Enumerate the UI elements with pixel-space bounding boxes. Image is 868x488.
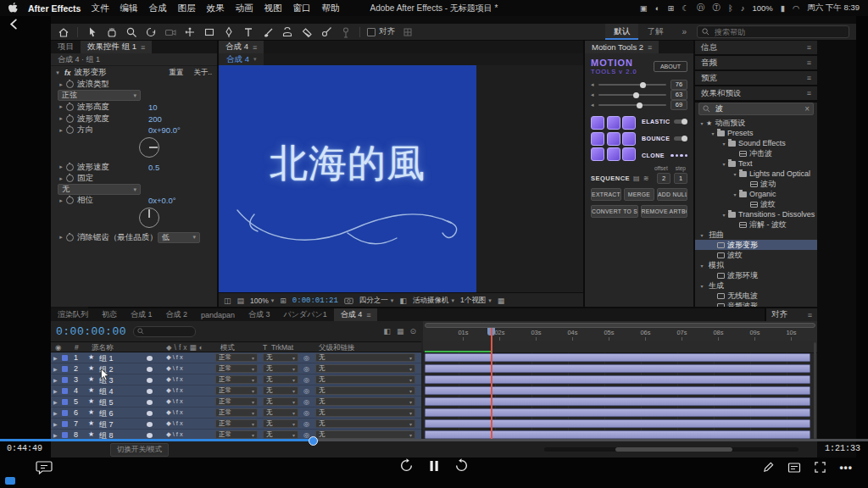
pan-behind-tool-icon[interactable] (182, 25, 197, 38)
menu-item[interactable]: 编辑 (120, 3, 137, 14)
layer-switches[interactable]: ◆\fx (166, 408, 185, 416)
roto-brush-tool-icon[interactable] (319, 25, 333, 38)
tree-item[interactable]: ▾ Transitions - Dissolves (695, 209, 817, 219)
layer-bar-row[interactable] (423, 363, 817, 374)
layer-switches[interactable]: ◆\fx (166, 386, 185, 394)
subtitle-badge[interactable] (5, 477, 15, 485)
layer-label-color[interactable] (62, 410, 68, 416)
eye-icon[interactable] (147, 378, 153, 383)
slider-track[interactable] (598, 94, 666, 96)
preset-cell[interactable] (607, 116, 620, 130)
clone-stamp-tool-icon[interactable] (280, 25, 294, 38)
type-tool-icon[interactable] (241, 25, 255, 38)
tree-item[interactable]: 波形环境 (695, 270, 817, 280)
property-value[interactable]: 0x+0.0°▾ (148, 196, 176, 205)
zoom-tool-icon[interactable] (124, 25, 138, 38)
layer-row[interactable]: ▶ 4 ★ 组 4 ◆\fx 正常▾ 无▾ ◎ 无▾ (51, 385, 421, 396)
action-button[interactable]: MERGE (624, 188, 654, 201)
tree-item[interactable]: ▾ Lights and Optical (695, 169, 817, 179)
twirl-icon[interactable]: ▾ (709, 130, 716, 136)
trkmat-dropdown[interactable]: 无▾ (263, 353, 298, 362)
twirl-icon[interactable]: ▶ (53, 421, 58, 427)
slider-track[interactable] (598, 104, 666, 106)
tree-item[interactable]: 冲击波 (695, 148, 817, 158)
twirl-icon[interactable]: ▾ (54, 69, 61, 76)
blend-mode-dropdown[interactable]: 正常▾ (215, 419, 258, 428)
menu-item[interactable]: 文件 (91, 3, 108, 14)
effect-property-row[interactable]: ▸ 波浪类型 正弦▾ (51, 79, 217, 101)
property-value[interactable]: 正弦▾ (58, 90, 141, 101)
work-area-bar[interactable] (425, 323, 815, 328)
layer-duration-bar[interactable] (425, 397, 810, 406)
twirl-icon[interactable]: ▶ (53, 399, 58, 405)
timeline-tab[interactable]: 合成 1≡ (124, 308, 159, 321)
layer-label-color[interactable] (62, 388, 68, 394)
tab-composition[interactable]: 合成 4 ≡ (219, 41, 264, 53)
grid-guides-icon[interactable]: ⊞ (280, 297, 287, 305)
panel-menu-icon[interactable]: ≡ (648, 43, 652, 52)
layer-switches[interactable]: ◆\fx (166, 364, 185, 372)
dock-panel-header[interactable]: 预览≡ (695, 71, 817, 85)
timeline-tab[interactable]: 初恋≡ (95, 308, 124, 321)
align-checkbox[interactable] (367, 28, 376, 36)
trkmat-dropdown[interactable]: 无▾ (263, 397, 298, 406)
blend-mode-dropdown[interactable]: 正常▾ (215, 386, 258, 395)
slider-track[interactable] (598, 84, 666, 86)
action-button[interactable]: EXTRACT (591, 188, 621, 201)
effect-header[interactable]: ▾ fx 波形变形 重置 关于.. (51, 66, 217, 79)
twirl-icon[interactable]: ▾ (721, 212, 727, 218)
sequence-order-icon[interactable]: ≋ (643, 175, 649, 182)
eye-icon[interactable] (147, 367, 153, 372)
preset-cell[interactable] (591, 132, 604, 146)
trkmat-dropdown[interactable]: 无▾ (263, 386, 298, 395)
pause-icon[interactable] (428, 459, 440, 473)
timeline-tab[interactable]: 合成 4≡ (334, 308, 378, 321)
stopwatch-icon[interactable] (66, 234, 74, 241)
apple-menu-icon[interactable] (8, 3, 18, 14)
panel-menu-icon[interactable]: ≡ (253, 43, 257, 52)
layer-bar-row[interactable] (423, 419, 817, 430)
effects-presets-header[interactable]: 效果和预设≡ (695, 86, 817, 100)
menu-item[interactable]: 窗口 (292, 3, 310, 14)
align-panel-header[interactable]: 对齐≡ (765, 308, 817, 321)
timeline-graph[interactable]: 01s02s03s04s05s06s07s08s09s10s (423, 321, 817, 441)
time-ruler[interactable]: 01s02s03s04s05s06s07s08s09s10s (423, 321, 817, 342)
eye-icon[interactable] (147, 356, 153, 361)
current-time-indicator[interactable] (491, 328, 492, 441)
tree-item[interactable]: 音频波形 (695, 301, 817, 307)
tab-project[interactable]: 项目 (51, 41, 81, 53)
home-icon[interactable] (56, 25, 70, 38)
twirl-icon[interactable]: ▶ (53, 388, 58, 394)
about-button[interactable]: 关于.. (193, 68, 212, 78)
stopwatch-icon[interactable] (66, 103, 74, 111)
panel-menu-icon[interactable]: ≡ (807, 74, 811, 82)
twirl-icon[interactable]: ▸ (58, 103, 64, 110)
eye-icon[interactable] (147, 422, 153, 427)
zoom-dropdown[interactable]: 100%▾ (250, 297, 274, 305)
forward-icon[interactable] (454, 458, 469, 473)
tree-item[interactable]: 波纹 (695, 250, 817, 260)
viewer-comp-tab[interactable]: 合成 4▾ (219, 53, 264, 65)
layer-label-color[interactable] (62, 421, 68, 427)
moon-icon[interactable]: ☾ (682, 3, 689, 13)
twirl-icon[interactable]: ▾ (721, 141, 727, 147)
feature-row[interactable]: CLONE (642, 152, 687, 158)
layer-bar-row[interactable] (423, 385, 817, 396)
tree-item[interactable]: ▾ Sound Effects (695, 138, 817, 148)
workspace-tab[interactable]: 默认 (605, 24, 638, 40)
parent-dropdown[interactable]: 无▾ (315, 353, 415, 362)
panel-menu-icon[interactable]: ≡ (366, 311, 370, 319)
twirl-icon[interactable]: ▾ (732, 191, 738, 197)
circle-t-icon[interactable]: Ⓣ (712, 3, 721, 14)
blend-mode-dropdown[interactable]: 正常▾ (215, 408, 258, 417)
draft-3d-icon[interactable]: ▦ (397, 327, 404, 336)
menu-item[interactable]: 合成 (148, 3, 166, 14)
selection-tool-icon[interactable] (85, 25, 99, 38)
menu-item[interactable]: 动画 (235, 3, 253, 14)
panel-menu-icon[interactable]: ≡ (141, 43, 145, 52)
dial-control[interactable] (58, 206, 217, 231)
parent-dropdown[interactable]: 无▾ (315, 397, 415, 406)
property-value[interactable]: 无▾ (58, 184, 141, 195)
stopwatch-icon[interactable] (66, 164, 74, 171)
parent-dropdown[interactable]: 无▾ (315, 419, 415, 428)
